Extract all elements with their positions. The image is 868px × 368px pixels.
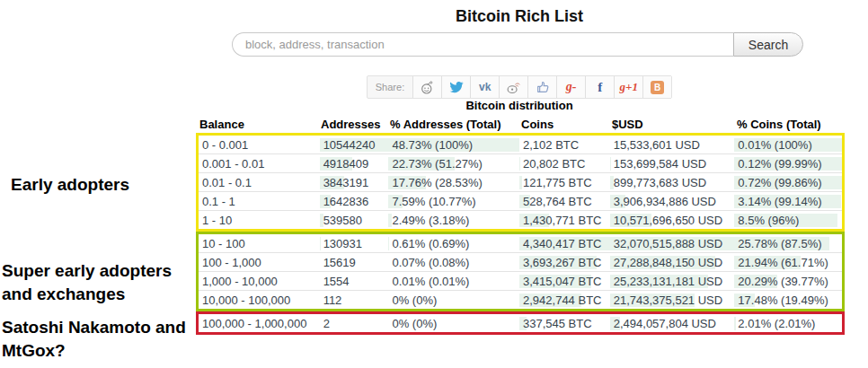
table-cell: 10 - 100 (199, 237, 320, 250)
table-cell: 0.07% (0.08%) (388, 256, 519, 269)
like-icon[interactable] (527, 76, 556, 98)
table-cell: 0.001 - 0.01 (199, 157, 320, 171)
table-cell: 10544240 (320, 138, 389, 152)
table-cell: 8.5% (96%) (734, 214, 842, 227)
table-cell: 100,000 - 1,000,000 (199, 317, 320, 330)
table-cell: 0.1 - 1 (199, 195, 320, 208)
table-cell: 22.73% (51.27%) (388, 157, 519, 171)
annotation-super-early-adopters: Super early adopters and exchanges (2, 259, 172, 306)
table-row: 10 - 1001309310.61% (0.69%)4,340,417 BTC… (199, 234, 842, 253)
table-cell: 3.14% (99.14%) (734, 195, 842, 208)
blogger-icon[interactable]: B (642, 76, 671, 98)
search-input[interactable] (232, 32, 733, 57)
table-row: 100,000 - 1,000,00020% (0%)337,545 BTC2,… (199, 314, 842, 332)
table-cell: 2,942,744 BTC (519, 294, 610, 307)
table-cell: 2,494,057,804 USD (610, 317, 735, 330)
vk-icon[interactable]: vk (470, 76, 499, 98)
table-cell: 0.12% (99.99%) (734, 157, 842, 171)
twitter-icon[interactable] (441, 76, 470, 98)
facebook-icon[interactable]: f (585, 76, 614, 98)
table-cell: 1,430,771 BTC (519, 214, 610, 227)
table-row: 0 - 0.0011054424048.73% (100%)2,102 BTC1… (199, 136, 842, 154)
table-cell: 27,288,848,150 USD (610, 256, 735, 269)
column-header-pct-addresses: % Addresses (Total) (386, 118, 518, 131)
distribution-title: Bitcoin distribution (232, 99, 807, 112)
table-cell: 899,773,683 USD (610, 176, 735, 189)
weibo-icon[interactable] (499, 76, 527, 98)
google-icon[interactable]: g- (556, 76, 585, 98)
table-cell: 2.49% (3.18%) (388, 214, 519, 227)
vk-icon-glyph: vk (479, 81, 491, 93)
search-button[interactable]: Search (733, 32, 803, 57)
column-header-pct-coins: % Coins (Total) (733, 118, 841, 131)
group-super-early-adopters: 10 - 1001309310.61% (0.69%)4,340,417 BTC… (196, 232, 845, 311)
table-cell: 21.94% (61.71%) (734, 256, 842, 269)
google-plus-one-icon[interactable]: g+1 (614, 76, 642, 98)
table-cell: 3,415,047 BTC (519, 275, 610, 288)
table-cell: 17.48% (19.49%) (734, 294, 842, 307)
share-label: Share: (368, 76, 412, 98)
group-early-adopters: 0 - 0.0011054424048.73% (100%)2,102 BTC1… (196, 133, 845, 232)
table-row: 100 - 1,000156190.07% (0.08%)3,693,267 B… (199, 253, 842, 272)
blogger-icon-glyph: B (651, 81, 664, 94)
table-cell: 0% (0%) (388, 294, 519, 307)
column-header-balance: Balance (196, 118, 317, 131)
annotation-early-adopters: Early adopters (11, 173, 129, 197)
table-cell: 0.01 - 0.1 (199, 176, 320, 189)
table-cell: 10,571,696,650 USD (610, 214, 735, 227)
annotation-satoshi-mtgox: Satoshi Nakamoto and MtGox? (2, 316, 186, 363)
table-row: 0.01 - 0.1384319117.76% (28.53%)121,775 … (199, 173, 842, 192)
share-strip: Share: vk (367, 75, 672, 99)
page-title: Bitcoin Rich List (232, 7, 807, 26)
table-cell: 337,545 BTC (519, 317, 610, 330)
table-cell: 130931 (320, 237, 389, 250)
table-cell: 17.76% (28.53%) (388, 176, 519, 189)
table-cell: 25,233,131,181 USD (610, 275, 735, 288)
table-cell: 3,906,934,886 USD (610, 195, 735, 208)
table-cell: 15,533,601 USD (610, 138, 735, 152)
facebook-icon-glyph: f (598, 80, 602, 95)
table-cell: 32,070,515,888 USD (610, 237, 735, 250)
table-cell: 10,000 - 100,000 (199, 294, 320, 307)
column-header-usd: $USD (608, 118, 733, 131)
table-cell: 100 - 1,000 (199, 256, 320, 269)
table-cell: 153,699,584 USD (610, 157, 735, 171)
group-satoshi-mtgox: 100,000 - 1,000,00020% (0%)337,545 BTC2,… (196, 311, 845, 335)
weibo-icon-glyph (506, 80, 521, 95)
table-cell: 20.29% (39.77%) (734, 275, 842, 288)
table-cell: 0.01% (0.01%) (388, 275, 519, 288)
google-plus-one-icon-glyph: g+1 (619, 80, 637, 94)
like-icon-glyph (536, 80, 550, 94)
table-cell: 0 - 0.001 (199, 138, 320, 152)
table-cell: 0.01% (100%) (734, 138, 842, 152)
table-cell: 0.72% (99.86%) (734, 176, 842, 189)
table-cell: 2,102 BTC (519, 138, 610, 152)
table-row: 0.001 - 0.01491840922.73% (51.27%)20,802… (199, 154, 842, 173)
column-header-coins: Coins (518, 118, 608, 131)
table-cell: 7.59% (10.77%) (388, 195, 519, 208)
table-row: 10,000 - 100,0001120% (0%)2,942,744 BTC2… (199, 291, 842, 309)
table-row: 0.1 - 116428367.59% (10.77%)528,764 BTC3… (199, 192, 842, 211)
table-cell: 112 (320, 294, 389, 307)
table-cell: 3,693,267 BTC (519, 256, 610, 269)
table-cell: 20,802 BTC (519, 157, 610, 171)
search-bar: Search (232, 32, 803, 57)
table-cell: 4,340,417 BTC (519, 237, 610, 250)
table-cell: 21,743,375,521 USD (610, 294, 735, 307)
table-cell: 15619 (320, 256, 389, 269)
column-header-addresses: Addresses (317, 118, 386, 131)
table-cell: 121,775 BTC (519, 176, 610, 189)
table-cell: 0.61% (0.69%) (388, 237, 519, 250)
table-cell: 2 (320, 317, 389, 330)
reddit-icon[interactable] (412, 76, 441, 98)
google-icon-glyph: g- (566, 80, 577, 94)
table-cell: 0% (0%) (388, 317, 519, 330)
table-cell: 1 - 10 (199, 214, 320, 227)
table-cell: 528,764 BTC (519, 195, 610, 208)
table-cell: 1642836 (320, 195, 389, 208)
table-cell: 1554 (320, 275, 389, 288)
table-cell: 2.01% (2.01%) (734, 317, 842, 330)
table-row: 1 - 105395802.49% (3.18%)1,430,771 BTC10… (199, 211, 842, 229)
table-header-row: Balance Addresses % Addresses (Total) Co… (196, 115, 845, 133)
table-cell: 1,000 - 10,000 (199, 275, 320, 288)
